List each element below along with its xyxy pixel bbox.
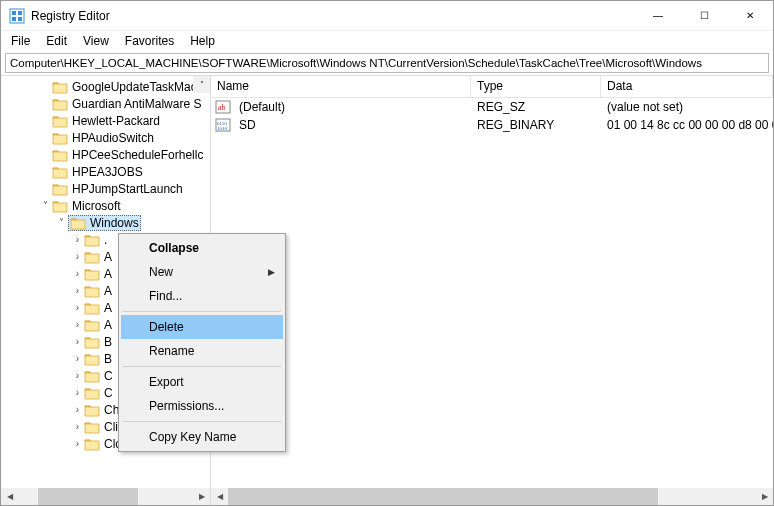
collapse-icon[interactable]: ˅ (39, 200, 52, 211)
tree-node-label: A (104, 250, 112, 264)
minimize-button[interactable]: — (635, 1, 681, 31)
tree-node[interactable]: ˅Microsoft (1, 197, 210, 214)
value-data: (value not set) (601, 100, 773, 114)
col-header-data[interactable]: Data (601, 76, 773, 97)
menu-view[interactable]: View (77, 32, 115, 50)
expand-icon[interactable]: › (71, 268, 84, 279)
list-row[interactable]: ab(Default)REG_SZ(value not set) (211, 98, 773, 116)
context-menu-item-collapse[interactable]: Collapse (121, 236, 283, 260)
context-menu-item-copy-key-name[interactable]: Copy Key Name (121, 425, 283, 449)
menu-edit[interactable]: Edit (40, 32, 73, 50)
context-menu-item-delete[interactable]: Delete (121, 315, 283, 339)
list-header: Name Type Data (211, 76, 773, 98)
window-title: Registry Editor (31, 9, 635, 23)
list-h-scrollbar[interactable]: ◀ ▶ (211, 488, 773, 505)
close-button[interactable]: ✕ (727, 1, 773, 31)
folder-icon (84, 250, 100, 264)
expand-icon[interactable]: › (71, 336, 84, 347)
folder-icon (52, 97, 68, 111)
expand-icon[interactable]: › (71, 319, 84, 330)
scroll-right-button[interactable]: ▶ (756, 488, 773, 505)
folder-icon (52, 131, 68, 145)
menu-item-label: Rename (149, 344, 194, 358)
folder-icon (52, 80, 68, 94)
titlebar[interactable]: Registry Editor — ☐ ✕ (1, 1, 773, 31)
menu-help[interactable]: Help (184, 32, 221, 50)
svg-rect-1 (12, 11, 16, 15)
tree-node-label: HPEA3JOBS (72, 165, 143, 179)
folder-icon (84, 284, 100, 298)
tree-node-label: C (104, 369, 113, 383)
tree-node[interactable]: HPEA3JOBS (1, 163, 210, 180)
tree-node-label: HPCeeScheduleForhellc (72, 148, 203, 162)
menu-separator (123, 366, 281, 367)
expand-icon[interactable]: › (71, 438, 84, 449)
value-name: SD (233, 118, 471, 132)
tree-node[interactable]: Hewlett-Packard (1, 112, 210, 129)
tree-node-label: Windows (90, 216, 139, 230)
expand-icon[interactable]: › (71, 251, 84, 262)
tree-node[interactable]: ˅Windows (1, 214, 210, 231)
folder-icon (52, 148, 68, 162)
context-menu-item-new[interactable]: New▶ (121, 260, 283, 284)
tree-node[interactable]: HPCeeScheduleForhellc (1, 146, 210, 163)
svg-rect-3 (12, 17, 16, 21)
menu-file[interactable]: File (5, 32, 36, 50)
scroll-track[interactable] (18, 488, 193, 505)
tree-node[interactable]: HPJumpStartLaunch (1, 180, 210, 197)
list-body[interactable]: ab(Default)REG_SZ(value not set)01101010… (211, 98, 773, 488)
svg-text:ab: ab (218, 103, 226, 112)
scroll-left-button[interactable]: ◀ (211, 488, 228, 505)
context-menu-item-permissions[interactable]: Permissions... (121, 394, 283, 418)
value-name: (Default) (233, 100, 471, 114)
scroll-left-button[interactable]: ◀ (1, 488, 18, 505)
scroll-right-button[interactable]: ▶ (193, 488, 210, 505)
folder-icon (70, 216, 86, 230)
expand-icon[interactable]: › (71, 234, 84, 245)
folder-icon (52, 182, 68, 196)
svg-text:1010: 1010 (217, 126, 228, 131)
context-menu-item-find[interactable]: Find... (121, 284, 283, 308)
expand-icon[interactable]: › (71, 285, 84, 296)
scroll-thumb[interactable] (38, 488, 138, 505)
scroll-thumb[interactable] (228, 488, 658, 505)
expand-icon[interactable]: › (71, 421, 84, 432)
value-type: REG_BINARY (471, 118, 601, 132)
expand-icon[interactable]: › (71, 404, 84, 415)
tree-node-label: A (104, 318, 112, 332)
col-header-type[interactable]: Type (471, 76, 601, 97)
expand-icon[interactable]: › (71, 370, 84, 381)
collapse-icon[interactable]: ˅ (55, 217, 68, 228)
tree-scroll-up-button[interactable]: ˄ (193, 76, 210, 93)
address-bar[interactable]: Computer\HKEY_LOCAL_MACHINE\SOFTWARE\Mic… (5, 53, 769, 73)
folder-icon (52, 165, 68, 179)
menu-item-label: Export (149, 375, 184, 389)
tree-node-label: . (104, 233, 107, 247)
expand-icon[interactable]: › (71, 302, 84, 313)
tree-node[interactable]: GoogleUpdateTaskMach (1, 78, 210, 95)
tree-node-label: HPJumpStartLaunch (72, 182, 183, 196)
tree-node[interactable]: Guardian AntiMalware S (1, 95, 210, 112)
context-menu-item-export[interactable]: Export (121, 370, 283, 394)
tree-node-label: C (104, 386, 113, 400)
tree-node-label: HPAudioSwitch (72, 131, 154, 145)
menu-separator (123, 311, 281, 312)
submenu-arrow-icon: ▶ (268, 267, 275, 277)
menu-favorites[interactable]: Favorites (119, 32, 180, 50)
context-menu-item-rename[interactable]: Rename (121, 339, 283, 363)
folder-icon (84, 267, 100, 281)
list-row[interactable]: 01101010SDREG_BINARY01 00 14 8c cc 00 00… (211, 116, 773, 134)
list-pane: Name Type Data ab(Default)REG_SZ(value n… (211, 76, 773, 505)
tree-node-label: A (104, 284, 112, 298)
tree-node-label: Guardian AntiMalware S (72, 97, 201, 111)
maximize-button[interactable]: ☐ (681, 1, 727, 31)
expand-icon[interactable]: › (71, 387, 84, 398)
tree-node[interactable]: HPAudioSwitch (1, 129, 210, 146)
window-controls: — ☐ ✕ (635, 1, 773, 31)
col-header-name[interactable]: Name (211, 76, 471, 97)
tree-h-scrollbar[interactable]: ◀ ▶ (1, 488, 210, 505)
tree-node-label: B (104, 352, 112, 366)
scroll-track[interactable] (228, 488, 756, 505)
expand-icon[interactable]: › (71, 353, 84, 364)
menu-item-label: Collapse (149, 241, 199, 255)
